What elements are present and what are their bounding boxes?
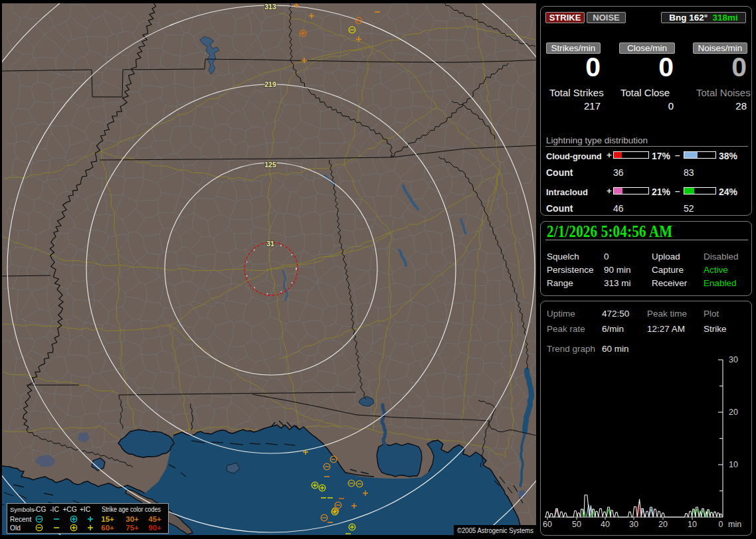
svg-text:Strike age color codes: Strike age color codes xyxy=(102,506,161,513)
svg-text:30+: 30+ xyxy=(126,515,139,523)
svg-text:60: 60 xyxy=(543,520,552,529)
svg-text:0: 0 xyxy=(719,520,723,529)
svg-text:min: min xyxy=(728,520,741,529)
svg-text:313: 313 xyxy=(264,3,276,11)
svg-text:©2005 Astrogenic Systems: ©2005 Astrogenic Systems xyxy=(457,526,533,534)
svg-text:31: 31 xyxy=(266,240,274,248)
svg-text:10: 10 xyxy=(729,460,738,469)
svg-text:15+: 15+ xyxy=(101,515,114,523)
svg-text:75+: 75+ xyxy=(126,524,139,532)
svg-text:-IC: -IC xyxy=(50,506,59,513)
svg-text:Recent: Recent xyxy=(10,516,31,523)
svg-text:30: 30 xyxy=(629,520,638,529)
svg-text:10: 10 xyxy=(688,520,697,529)
svg-text:+IC: +IC xyxy=(80,506,90,513)
svg-text:125: 125 xyxy=(264,161,276,169)
svg-text:40: 40 xyxy=(601,520,610,529)
svg-text:50: 50 xyxy=(572,520,581,529)
svg-text:20: 20 xyxy=(729,408,738,417)
svg-text:Old: Old xyxy=(10,524,21,532)
svg-text:45+: 45+ xyxy=(148,515,161,523)
svg-text:-CG: -CG xyxy=(34,506,47,513)
svg-text:90+: 90+ xyxy=(148,524,161,532)
svg-text:Symbols: Symbols xyxy=(10,506,35,513)
svg-text:219: 219 xyxy=(264,80,276,88)
svg-text:+CG: +CG xyxy=(62,506,76,513)
svg-text:30: 30 xyxy=(729,355,738,364)
svg-text:20: 20 xyxy=(658,520,668,529)
svg-text:60+: 60+ xyxy=(101,524,114,532)
